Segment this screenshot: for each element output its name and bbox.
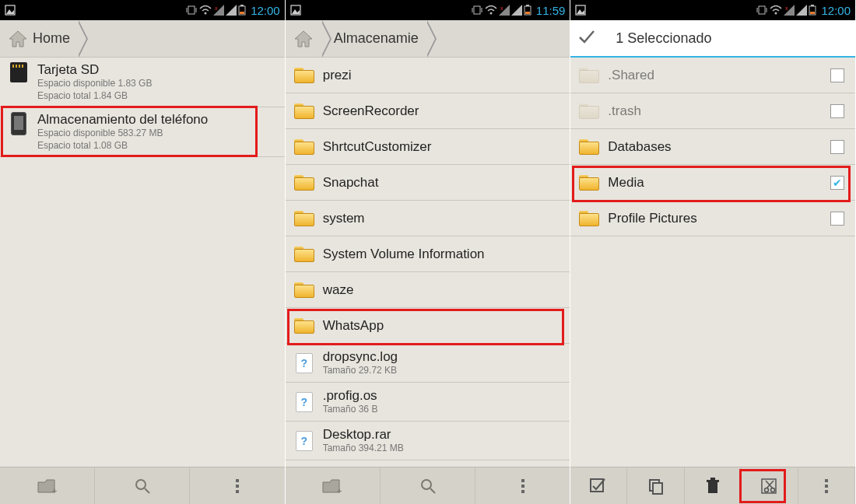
svg-point-21 — [489, 12, 492, 15]
folder-row[interactable]: .Shared — [570, 58, 855, 93]
overflow-button[interactable] — [475, 467, 570, 504]
breadcrumb-home[interactable]: Home — [3, 20, 78, 57]
file-size: Tamaño 29.72 KB — [323, 365, 563, 377]
file-row[interactable]: ? dropsync.logTamaño 29.72 KB — [286, 344, 570, 383]
svg-rect-49 — [710, 478, 715, 480]
svg-point-5 — [205, 12, 207, 15]
signal-x-icon: x — [213, 5, 224, 16]
svg-line-15 — [145, 488, 149, 493]
folder-row-whatsapp[interactable]: WhatsApp — [286, 308, 570, 344]
svg-text:+: + — [52, 486, 57, 495]
folder-row[interactable]: Snapchat — [286, 165, 570, 201]
breadcrumb-folder[interactable]: Almacenamie — [321, 20, 426, 57]
file-name: dropsync.log — [323, 349, 563, 365]
copy-button[interactable] — [627, 467, 684, 504]
svg-rect-47 — [708, 482, 717, 493]
folder-name: ShrtcutCustomizer — [323, 139, 563, 155]
signal-icon — [511, 5, 522, 16]
folder-row[interactable]: ScreenRecorder — [286, 93, 570, 129]
svg-marker-33 — [577, 9, 584, 14]
signal-icon — [226, 5, 237, 16]
file-row[interactable]: ? Desktop.rarTamaño 394.21 MB — [286, 422, 570, 460]
folder-name: .Shared — [608, 68, 827, 83]
folder-icon — [579, 211, 599, 226]
toolbar: + — [0, 467, 285, 504]
new-folder-button[interactable]: + — [0, 467, 95, 504]
battery-icon — [524, 5, 531, 16]
image-notification-icon — [575, 5, 586, 16]
folder-name: ScreenRecorder — [323, 103, 563, 119]
svg-rect-42 — [811, 5, 814, 6]
phone-screen-1: x 12:00 Home Tarjeta SD Espacio disponib… — [0, 0, 286, 504]
svg-rect-46 — [653, 483, 662, 494]
folder-row[interactable]: Databases — [570, 129, 855, 165]
storage-total: Espacio total 1.08 GB — [37, 140, 277, 152]
folder-name: Media — [608, 175, 827, 191]
svg-marker-12 — [9, 31, 26, 47]
folder-row[interactable]: waze — [286, 272, 570, 308]
folder-icon — [294, 68, 314, 83]
status-time: 11:59 — [536, 4, 566, 17]
search-button[interactable] — [95, 467, 190, 504]
home-icon — [293, 30, 314, 48]
file-row[interactable]: ? .profig.osTamaño 36 B — [286, 383, 570, 422]
folder-row-media[interactable]: Media ✔ — [570, 165, 855, 201]
selection-toolbar — [570, 467, 855, 504]
phone-storage-icon — [11, 112, 26, 135]
status-bar: x 11:59 — [286, 0, 570, 20]
svg-text:x: x — [215, 5, 218, 11]
svg-marker-40 — [796, 5, 807, 16]
delete-button[interactable] — [685, 467, 742, 504]
folder-name: WhatsApp — [323, 318, 563, 334]
storage-total: Espacio total 1.84 GB — [37, 90, 277, 103]
svg-point-52 — [770, 488, 774, 492]
storage-sd-row[interactable]: Tarjeta SD Espacio disponible 1.83 GB Es… — [0, 58, 285, 107]
file-size: Tamaño 36 B — [323, 404, 563, 416]
svg-point-37 — [775, 12, 777, 15]
done-button[interactable] — [577, 26, 597, 51]
folder-row[interactable]: Profile Pictures — [570, 201, 855, 236]
file-unknown-icon: ? — [296, 353, 313, 373]
overflow-icon — [236, 479, 239, 493]
phone-screen-3: x 12:00 1 Seleccionado .Shared .trash — [570, 0, 856, 504]
svg-text:+: + — [337, 486, 342, 495]
signal-x-icon: x — [784, 5, 795, 16]
status-bar: x 12:00 — [0, 0, 285, 20]
battery-icon — [809, 5, 816, 16]
folder-icon — [579, 68, 599, 83]
folder-row[interactable]: .trash — [570, 93, 855, 129]
overflow-button[interactable] — [190, 467, 284, 504]
folder-row[interactable]: system — [286, 201, 570, 236]
svg-line-31 — [430, 488, 435, 493]
checkbox[interactable] — [830, 212, 844, 226]
checkbox-checked[interactable]: ✔ — [830, 176, 844, 190]
svg-rect-44 — [591, 479, 603, 492]
select-all-button[interactable] — [570, 467, 627, 504]
sd-card-icon — [10, 62, 27, 82]
svg-rect-34 — [759, 6, 765, 14]
folder-row[interactable]: prezi — [286, 58, 570, 93]
search-button[interactable] — [381, 467, 475, 504]
folder-row[interactable]: ShrtcutCustomizer — [286, 129, 570, 165]
folder-name: Databases — [608, 139, 827, 155]
storage-free: Espacio disponible 1.83 GB — [37, 78, 277, 90]
svg-point-14 — [136, 480, 146, 489]
cut-button[interactable] — [742, 467, 798, 504]
checkbox[interactable] — [830, 68, 844, 82]
checkbox[interactable] — [830, 104, 844, 118]
breadcrumb-home[interactable] — [289, 20, 321, 57]
overflow-button[interactable] — [798, 467, 855, 504]
storage-phone-row[interactable]: Almacenamiento del teléfono Espacio disp… — [0, 107, 285, 157]
folder-icon — [294, 318, 314, 334]
folder-name: Profile Pictures — [608, 211, 827, 226]
file-list[interactable]: prezi ScreenRecorder ShrtcutCustomizer S… — [286, 58, 570, 467]
checkbox[interactable] — [830, 140, 844, 154]
wifi-icon — [770, 5, 782, 16]
phone-screen-2: x 11:59 Almacenamie prezi ScreenRecorder… — [286, 0, 571, 504]
selection-count-label: 1 Seleccionado — [616, 30, 711, 47]
new-folder-button[interactable]: + — [286, 467, 381, 504]
breadcrumb-bar: Home — [0, 20, 285, 58]
svg-rect-48 — [707, 480, 719, 482]
folder-row[interactable]: System Volume Information — [286, 236, 570, 272]
selection-list: .Shared .trash Databases Media ✔ Profile… — [570, 58, 855, 467]
